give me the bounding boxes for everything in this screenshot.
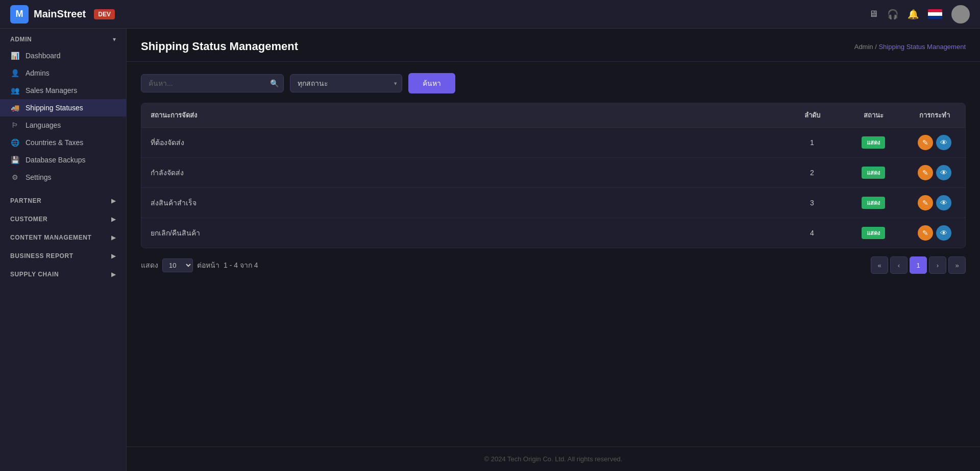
- dev-badge: DEV: [94, 9, 115, 19]
- partner-section-header[interactable]: PARTNER ▶: [0, 190, 126, 208]
- page-footer: © 2024 Tech Origin Co. Ltd. All rights r…: [127, 446, 980, 471]
- breadcrumb-current[interactable]: Shipping Status Management: [878, 43, 966, 51]
- sidebar-item-sales-managers[interactable]: 👥 Sales Managers: [0, 82, 126, 99]
- admin-section-label: ADMIN: [10, 36, 32, 43]
- edit-button[interactable]: ✎: [918, 225, 933, 241]
- table-row: ส่งสินค้าสำเร็จ 3 แสดง ✎ 👁: [141, 188, 965, 218]
- row-order: 1: [781, 128, 843, 158]
- language-flag[interactable]: [928, 9, 942, 19]
- page-title: Shipping Status Management: [141, 40, 298, 53]
- monitor-icon[interactable]: 🖥: [869, 9, 878, 19]
- first-page-button[interactable]: «: [871, 256, 888, 274]
- search-button[interactable]: ค้นหา: [408, 73, 455, 93]
- table-row: กำลังจัดส่ง 2 แสดง ✎ 👁: [141, 158, 965, 188]
- view-button[interactable]: 👁: [936, 195, 951, 210]
- col-status: สถานะ: [843, 103, 904, 128]
- customer-section-header[interactable]: CUSTOMER ▶: [0, 208, 126, 227]
- sidebar-item-settings[interactable]: ⚙ Settings: [0, 169, 126, 186]
- row-status: แสดง: [843, 218, 904, 248]
- col-order: ลำดับ: [781, 103, 843, 128]
- sidebar-item-dashboard[interactable]: 📊 Dashboard: [0, 47, 126, 64]
- row-name: ยกเลิก/คืนสินค้า: [141, 218, 781, 248]
- search-icon[interactable]: 🔍: [270, 79, 279, 87]
- logo-text: MainStreet: [34, 8, 86, 20]
- sidebar-item-shipping-statuses[interactable]: 🚚 Shipping Statuses: [0, 99, 126, 116]
- breadcrumb: Admin / Shipping Status Management: [854, 43, 966, 51]
- next-page-button[interactable]: ›: [929, 256, 946, 274]
- table-row: ที่ต้องจัดส่ง 1 แสดง ✎ 👁: [141, 128, 965, 158]
- headset-icon[interactable]: 🎧: [887, 9, 898, 20]
- footer-text: © 2024 Tech Origin Co. Ltd. All rights r…: [484, 455, 623, 463]
- topnav: M MainStreet DEV 🖥 🎧 🔔: [0, 0, 980, 29]
- sidebar-item-label: Admins: [26, 69, 50, 77]
- page-range: 1 - 4 จาก 4: [224, 260, 258, 271]
- sidebar: ADMIN ▾ 📊 Dashboard 👤 Admins 👥 Sales Man…: [0, 29, 127, 471]
- table-header: สถานะการจัดส่ง ลำดับ สถานะ การกระทำ: [141, 103, 965, 128]
- pagination-buttons: « ‹ 1 › »: [871, 256, 966, 274]
- action-buttons: ✎ 👁: [913, 195, 956, 210]
- sidebar-item-label: Database Backups: [26, 156, 86, 164]
- table-body: ที่ต้องจัดส่ง 1 แสดง ✎ 👁 กำลังจัดส่ง 2 แ…: [141, 128, 965, 248]
- sidebar-item-database-backups[interactable]: 💾 Database Backups: [0, 151, 126, 169]
- table-row: ยกเลิก/คืนสินค้า 4 แสดง ✎ 👁: [141, 218, 965, 248]
- content-section-header[interactable]: CONTENT MANAGEMENT ▶: [0, 227, 126, 245]
- row-order: 3: [781, 188, 843, 218]
- data-table: สถานะการจัดส่ง ลำดับ สถานะ การกระทำ ที่ต…: [141, 103, 966, 248]
- globe-icon: 🌐: [10, 138, 19, 147]
- action-buttons: ✎ 👁: [913, 135, 956, 150]
- view-button[interactable]: 👁: [936, 225, 951, 241]
- edit-button[interactable]: ✎: [918, 165, 933, 180]
- page-content: 🔍 ทุกสถานะแสดงซ่อน ▾ ค้นหา สถานะการจัดส่…: [127, 62, 980, 446]
- sidebar-item-countries-taxes[interactable]: 🌐 Countries & Taxes: [0, 134, 126, 151]
- prev-page-button[interactable]: ‹: [890, 256, 908, 274]
- database-icon: 💾: [10, 156, 19, 164]
- last-page-button[interactable]: »: [948, 256, 966, 274]
- admin-chevron-icon: ▾: [113, 36, 116, 43]
- shipping-icon: 🚚: [10, 104, 19, 112]
- partner-section-label: PARTNER: [10, 197, 41, 204]
- row-actions: ✎ 👁: [904, 128, 965, 158]
- sidebar-item-label: Dashboard: [26, 52, 61, 60]
- settings-icon: ⚙: [10, 173, 19, 181]
- bell-icon[interactable]: 🔔: [908, 9, 919, 20]
- row-status: แสดง: [843, 188, 904, 218]
- filter-row: 🔍 ทุกสถานะแสดงซ่อน ▾ ค้นหา: [141, 73, 966, 93]
- logo-icon: M: [10, 5, 29, 23]
- topnav-right: 🖥 🎧 🔔: [869, 5, 970, 23]
- supply-chain-section-header[interactable]: SUPPLY CHAIN ▶: [0, 264, 126, 282]
- content-section-label: CONTENT MANAGEMENT: [10, 234, 91, 241]
- admin-section-header[interactable]: ADMIN ▾: [0, 29, 126, 47]
- status-select[interactable]: ทุกสถานะแสดงซ่อน: [290, 74, 402, 92]
- customer-chevron-icon: ▶: [111, 216, 116, 223]
- row-status: แสดง: [843, 158, 904, 188]
- sidebar-item-label: Languages: [26, 121, 61, 129]
- row-name: ที่ต้องจัดส่ง: [141, 128, 781, 158]
- status-badge: แสดง: [862, 136, 885, 149]
- languages-icon: 🏳: [10, 121, 19, 129]
- col-actions: การกระทำ: [904, 103, 965, 128]
- per-page-select[interactable]: 10 25 50 100: [162, 258, 193, 272]
- pagination-info: แสดง 10 25 50 100 ต่อหน้า 1 - 4 จาก 4: [141, 258, 258, 272]
- edit-button[interactable]: ✎: [918, 135, 933, 150]
- sidebar-item-languages[interactable]: 🏳 Languages: [0, 116, 126, 134]
- business-section-label: BUSINESS REPORT: [10, 252, 74, 260]
- avatar[interactable]: [951, 5, 970, 23]
- supply-chain-chevron-icon: ▶: [111, 271, 116, 278]
- page-1-button[interactable]: 1: [910, 256, 927, 274]
- page-header: Shipping Status Management Admin / Shipp…: [127, 29, 980, 62]
- view-button[interactable]: 👁: [936, 135, 951, 150]
- partner-chevron-icon: ▶: [111, 197, 116, 204]
- search-wrap: 🔍: [141, 74, 284, 92]
- business-section-header[interactable]: BUSINESS REPORT ▶: [0, 245, 126, 264]
- customer-section-label: CUSTOMER: [10, 216, 47, 223]
- edit-button[interactable]: ✎: [918, 195, 933, 210]
- content-chevron-icon: ▶: [111, 234, 116, 241]
- sidebar-item-admins[interactable]: 👤 Admins: [0, 64, 126, 82]
- main-content: Shipping Status Management Admin / Shipp…: [127, 29, 980, 471]
- supply-chain-section-label: SUPPLY CHAIN: [10, 271, 59, 278]
- search-input[interactable]: [141, 74, 284, 92]
- view-button[interactable]: 👁: [936, 165, 951, 180]
- row-actions: ✎ 👁: [904, 218, 965, 248]
- logo[interactable]: M MainStreet: [10, 5, 86, 23]
- dashboard-icon: 📊: [10, 52, 19, 60]
